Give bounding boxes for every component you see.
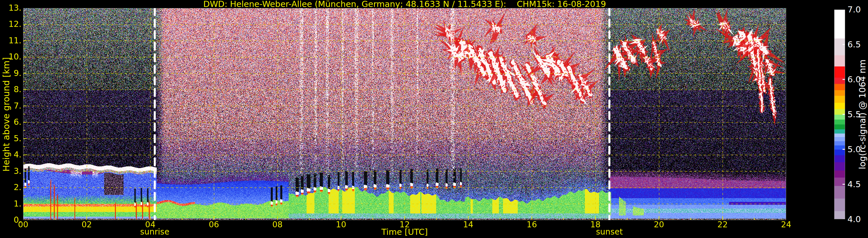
figure: DWD: Helene-Weber-Allee (München, German… [0,0,868,238]
x-tick-label: 06 [201,221,227,229]
colorbar-tick-label: 4.0 [847,215,868,223]
x-tick-label: 20 [646,221,672,229]
figure-title: DWD: Helene-Weber-Allee (München, German… [144,0,665,8]
colorbar-tick-label: 7.0 [847,5,868,13]
y-tick-label: 1. [0,200,22,208]
y-tick-label: 8. [0,86,22,94]
y-tick-label: 3. [0,167,22,175]
x-tick-label: 24 [773,221,799,229]
y-tick-label: 2. [0,183,22,192]
y-tick-label: 5. [0,135,22,143]
colorbar-label: log(rc-signal) @ 1064 nm [858,13,867,215]
sunrise-label: sunrise [123,228,187,236]
x-tick-label: 08 [265,221,290,229]
y-tick-label: 6. [0,118,22,126]
x-tick-label: 22 [710,221,736,229]
x-tick-label: 16 [519,221,545,229]
y-tick-label: 13. [0,4,22,12]
y-tick-label: 11. [0,37,22,45]
sunset-label: sunset [578,228,641,236]
x-tick-label: 02 [74,221,100,229]
backscatter-heatmap [23,8,786,220]
y-tick-label: 12. [0,20,22,28]
x-axis-label: Time [UTC] [361,228,448,236]
colorbar [834,9,845,219]
x-tick-label: 10 [328,221,354,229]
y-tick-label: 9. [0,69,22,77]
y-tick-label: 4. [0,151,22,159]
y-tick-label: 10. [0,53,22,61]
y-tick-label: 7. [0,102,22,110]
x-tick-label: 00 [10,221,36,229]
x-tick-label: 14 [455,221,481,229]
